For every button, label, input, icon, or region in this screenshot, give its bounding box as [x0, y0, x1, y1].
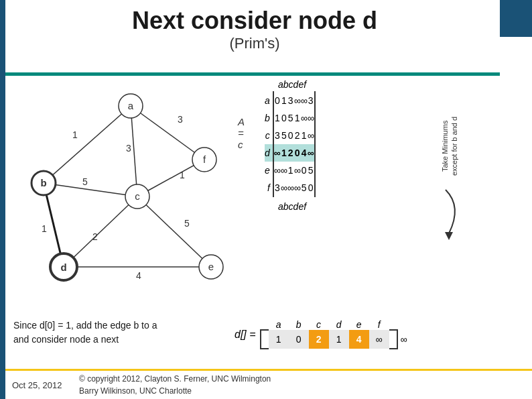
- svg-text:d: d: [60, 262, 66, 273]
- svg-text:3: 3: [178, 114, 183, 125]
- svg-text:1: 1: [72, 129, 78, 140]
- graph-svg: 3 1 3 5 1 2 5 1 4 a b c d: [13, 79, 241, 307]
- d-array-section: d[] = a b c d e f 1 0 2 1 4 ∞ ∞: [235, 319, 418, 349]
- rotated-label: Take Minimumsexcept for b and d: [440, 93, 454, 200]
- footer-copyright: © copyright 2012, Clayton S. Ferner, UNC…: [66, 373, 271, 397]
- header: Next consider node d (Prim's): [13, 7, 496, 52]
- svg-text:4: 4: [136, 270, 141, 281]
- description-text: Since d[0] = 1, add the edge b to a and …: [13, 319, 241, 347]
- description-line2: and consider node a next: [13, 333, 241, 347]
- svg-text:b: b: [40, 177, 46, 188]
- description-line1: Since d[0] = 1, add the edge b to a: [13, 319, 241, 333]
- top-right-decoration: [500, 0, 532, 37]
- footer-date: Oct 25, 2012: [5, 380, 66, 390]
- svg-text:2: 2: [92, 231, 98, 242]
- d-array-table: a b c d e f 1 0 2 1 4 ∞ ∞: [260, 319, 418, 349]
- svg-text:5: 5: [82, 176, 88, 187]
- footer: Oct 25, 2012 © copyright 2012, Clayton S…: [5, 369, 532, 399]
- matrix-col-headers: a b c d e f: [278, 79, 306, 90]
- matrix-col-headers-bottom: a b c d e f: [278, 201, 306, 212]
- svg-line-6: [44, 183, 137, 196]
- page-title: Next consider node d: [13, 7, 496, 35]
- svg-line-10: [64, 196, 137, 267]
- svg-line-12: [137, 196, 211, 267]
- svg-line-4: [131, 106, 137, 196]
- teal-divider: [5, 72, 500, 76]
- svg-text:1: 1: [180, 170, 185, 180]
- svg-line-2: [44, 106, 131, 183]
- svg-text:5: 5: [184, 218, 190, 229]
- matrix-table: a 0 1 3 ∞ ∞ 3 b 1 0 5 1 ∞ ∞ c 3 5 0 2: [265, 91, 316, 197]
- svg-text:1: 1: [42, 223, 47, 234]
- svg-text:3: 3: [126, 143, 131, 154]
- left-accent-bar: [0, 0, 5, 399]
- page-subtitle: (Prim's): [13, 35, 496, 52]
- svg-text:e: e: [208, 261, 214, 272]
- svg-text:c: c: [135, 190, 140, 202]
- svg-line-0: [131, 106, 204, 160]
- graph-area: 3 1 3 5 1 2 5 1 4 a b c d: [13, 79, 241, 307]
- svg-text:a: a: [128, 100, 134, 111]
- svg-marker-30: [445, 232, 453, 240]
- curved-arrow: [436, 186, 469, 240]
- a-equals-c: A = c: [238, 116, 244, 150]
